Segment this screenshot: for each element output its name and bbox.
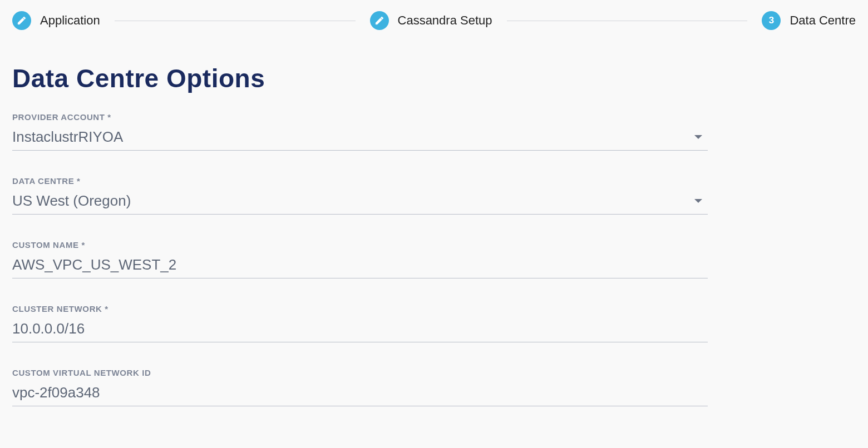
custom-name-input[interactable]	[12, 256, 708, 273]
field-label: CUSTOM VIRTUAL NETWORK ID	[12, 368, 708, 377]
data-centre-select[interactable]: US West (Oregon)	[12, 190, 708, 215]
field-provider-account: PROVIDER ACCOUNT * InstaclustrRIYOA	[12, 112, 708, 151]
field-custom-name: CUSTOM NAME *	[12, 240, 708, 278]
custom-name-input-wrap	[12, 254, 708, 278]
field-custom-vnet-id: CUSTOM VIRTUAL NETWORK ID	[12, 368, 708, 406]
chevron-down-icon	[694, 135, 702, 139]
chevron-down-icon	[694, 199, 702, 203]
pencil-icon	[370, 11, 389, 30]
step-label: Application	[40, 13, 100, 28]
wizard-stepper: Application Cassandra Setup 3 Data Centr…	[0, 0, 868, 30]
cluster-network-input-wrap	[12, 318, 708, 342]
select-value: InstaclustrRIYOA	[12, 128, 694, 146]
step-number-badge: 3	[762, 11, 781, 30]
step-connector	[507, 21, 748, 21]
custom-vnet-id-input-wrap	[12, 382, 708, 406]
field-cluster-network: CLUSTER NETWORK *	[12, 304, 708, 342]
field-label: CLUSTER NETWORK *	[12, 304, 708, 313]
step-application[interactable]: Application	[12, 11, 100, 30]
field-data-centre: DATA CENTRE * US West (Oregon)	[12, 176, 708, 215]
page-title: Data Centre Options	[12, 63, 711, 93]
custom-vnet-id-input[interactable]	[12, 384, 708, 401]
step-label: Data Centre	[790, 13, 856, 28]
pencil-icon	[12, 11, 31, 30]
main-content: Data Centre Options PROVIDER ACCOUNT * I…	[0, 30, 723, 406]
select-value: US West (Oregon)	[12, 192, 694, 210]
step-data-centre[interactable]: 3 Data Centre	[762, 11, 856, 30]
step-cassandra-setup[interactable]: Cassandra Setup	[370, 11, 492, 30]
field-label: PROVIDER ACCOUNT *	[12, 112, 708, 122]
field-label: DATA CENTRE *	[12, 176, 708, 186]
cluster-network-input[interactable]	[12, 320, 708, 337]
step-connector	[115, 21, 356, 21]
field-label: CUSTOM NAME *	[12, 240, 708, 250]
step-label: Cassandra Setup	[398, 13, 492, 28]
provider-account-select[interactable]: InstaclustrRIYOA	[12, 126, 708, 151]
